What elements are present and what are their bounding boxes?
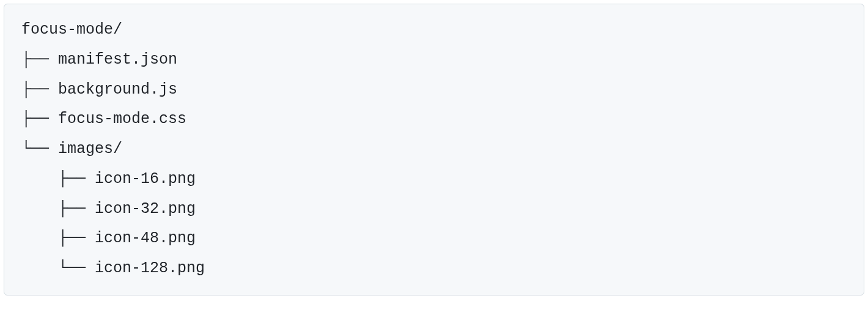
file-tree-block: focus-mode/├── manifest.json├── backgrou… bbox=[4, 4, 864, 295]
tree-file: ├── background.js bbox=[21, 75, 847, 105]
tree-folder: └── images/ bbox=[21, 135, 847, 165]
tree-file: └── icon-128.png bbox=[21, 254, 847, 284]
tree-file: ├── manifest.json bbox=[21, 45, 847, 75]
tree-file: ├── focus-mode.css bbox=[21, 105, 847, 135]
tree-file: ├── icon-48.png bbox=[21, 224, 847, 254]
tree-file: ├── icon-16.png bbox=[21, 165, 847, 195]
tree-root: focus-mode/ bbox=[21, 15, 847, 45]
tree-file: ├── icon-32.png bbox=[21, 195, 847, 225]
